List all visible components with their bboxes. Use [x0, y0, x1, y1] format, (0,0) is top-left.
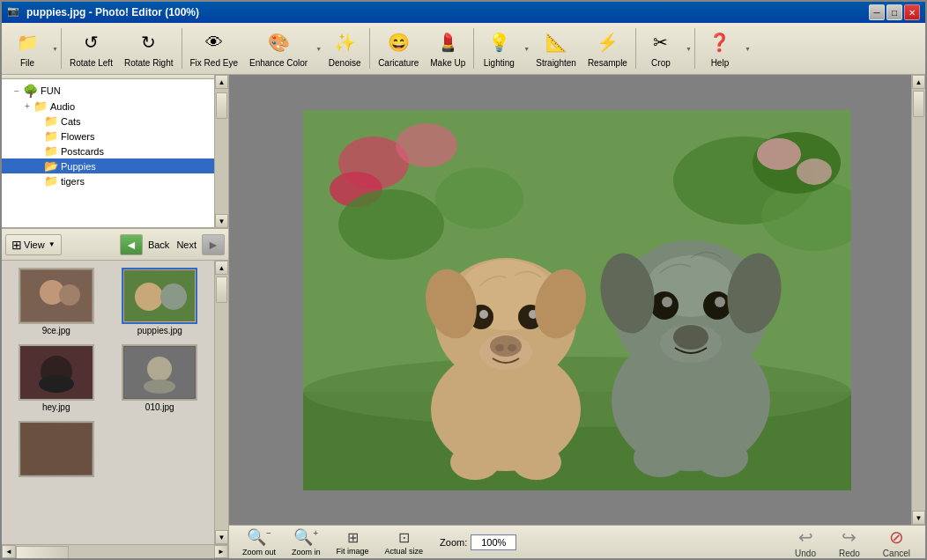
cancel-button[interactable]: ⊘ Cancel	[875, 524, 918, 559]
thumbnail-label-3: hey.jpg	[42, 402, 70, 412]
tree-toggle-puppies	[32, 161, 44, 171]
next-button[interactable]: ►	[202, 234, 225, 255]
image-scroll-down[interactable]: ▼	[912, 511, 925, 525]
thumbnail-img-1	[19, 268, 94, 324]
thumb-hscroll-thumb[interactable]	[16, 546, 69, 558]
lighting-button[interactable]: 💡 Lighting	[477, 25, 521, 72]
make-up-button[interactable]: 💄 Make Up	[425, 25, 471, 72]
undo-button[interactable]: ↩ Undo	[787, 524, 824, 559]
thumb-scroll-up[interactable]: ▲	[215, 261, 228, 275]
help-dropdown[interactable]	[742, 25, 751, 72]
zoom-out-button[interactable]: 🔍− Zoom out	[236, 525, 282, 558]
tree-toggle-root[interactable]: −	[11, 86, 23, 96]
view-button[interactable]: ⊞ View ▼	[5, 234, 62, 255]
thumb-scroll-down[interactable]: ▼	[215, 530, 228, 544]
tree-item-flowers[interactable]: 📁 Flowers	[2, 129, 214, 144]
thumbnail-area: 9ce.jpg	[2, 261, 228, 558]
maximize-button[interactable]: □	[886, 4, 902, 20]
caricature-label: Caricature	[378, 58, 419, 69]
sep6	[694, 28, 695, 69]
folder-flowers-icon: 📁	[44, 129, 58, 143]
minimize-button[interactable]: ─	[869, 4, 885, 20]
fix-red-eye-label: Fix Red Eye	[190, 58, 238, 69]
caricature-button[interactable]: 😄 Caricature	[373, 25, 424, 72]
tree-panel: − 🌳 FUN + 📁 Audio	[2, 75, 228, 229]
straighten-button[interactable]: 📐 Straighten	[530, 25, 582, 72]
image-scroll-thumb[interactable]	[913, 91, 924, 117]
actual-size-icon: ⊡	[398, 529, 410, 546]
crop-dropdown[interactable]	[683, 25, 692, 72]
action-buttons: ↩ Undo ↪ Redo ⊘ Cancel	[787, 524, 918, 559]
thumb-hscroll-track	[16, 545, 214, 558]
tree-toggle-audio[interactable]: +	[21, 101, 33, 111]
tree-scroll-up[interactable]: ▲	[215, 75, 228, 89]
rotate-left-button[interactable]: ↺ Rotate Left	[64, 25, 118, 72]
folder-audio-icon: 📁	[33, 99, 48, 113]
file-dropdown-arrow[interactable]	[49, 25, 58, 72]
back-button[interactable]: ◄	[120, 234, 143, 255]
tree-root-icon: 🌳	[23, 84, 38, 98]
tree-toggle-flowers	[32, 131, 44, 141]
resample-label: Resample	[588, 58, 627, 69]
sep1	[61, 28, 62, 69]
tree-item-audio-label: Audio	[50, 101, 75, 112]
enhance-color-group: 🎨 Enhance Color	[244, 25, 322, 72]
svg-point-8	[39, 375, 74, 393]
svg-point-36	[479, 335, 532, 370]
lighting-icon: 💡	[485, 28, 513, 56]
close-button[interactable]: ✕	[904, 4, 920, 20]
thumbnail-item-3[interactable]: hey.jpg	[7, 343, 106, 414]
resample-button[interactable]: ⚡ Resample	[582, 25, 633, 72]
actual-size-button[interactable]: ⊡ Actual size	[379, 527, 430, 558]
zoom-input[interactable]	[471, 534, 516, 550]
fix-red-eye-button[interactable]: 👁 Fix Red Eye	[185, 25, 243, 72]
tree-scroll-thumb[interactable]	[216, 92, 227, 119]
tree-item-tigers[interactable]: 📁 tigers	[2, 173, 214, 188]
tree-root[interactable]: − 🌳 FUN	[2, 83, 214, 99]
thumb-hscroll-left[interactable]: ◄	[2, 545, 16, 558]
thumbnail-item-5[interactable]	[7, 419, 106, 481]
svg-point-47	[715, 297, 725, 307]
svg-point-4	[135, 283, 163, 311]
resample-icon: ⚡	[593, 28, 621, 56]
thumbnail-img-3	[19, 344, 94, 401]
image-scroll-up[interactable]: ▲	[912, 75, 925, 89]
actual-size-label: Actual size	[385, 547, 424, 556]
sep5	[635, 28, 636, 69]
zoom-in-button[interactable]: 🔍+ Zoom in	[286, 525, 327, 558]
thumb-svg-5	[21, 424, 92, 475]
image-scroll-track	[912, 89, 925, 511]
svg-point-52	[634, 438, 686, 477]
crop-button[interactable]: ✂ Crop	[639, 25, 683, 72]
help-button[interactable]: ❓ Help	[698, 25, 742, 72]
undo-label: Undo	[795, 549, 816, 558]
tree-item-postcards[interactable]: 📁 Postcards	[2, 144, 214, 158]
tree-item-tigers-label: tigers	[61, 176, 85, 187]
crop-label: Crop	[651, 58, 671, 69]
svg-point-49	[660, 324, 722, 363]
thumbnail-label-1: 9ce.jpg	[42, 326, 70, 335]
file-button[interactable]: 📁 File	[5, 25, 49, 72]
thumbnail-item-2[interactable]: puppies.jpg	[111, 266, 210, 337]
thumb-svg-4	[124, 347, 195, 398]
tree-item-audio[interactable]: + 📁 Audio	[2, 99, 214, 114]
thumbnail-item-4[interactable]: 010.jpg	[111, 343, 210, 414]
thumbnail-item-1[interactable]: 9ce.jpg	[7, 266, 106, 337]
rotate-right-button[interactable]: ↻ Rotate Right	[119, 25, 179, 72]
tree-item-cats[interactable]: 📁 Cats	[2, 114, 214, 129]
file-label: File	[20, 58, 34, 69]
folder-tigers-icon: 📁	[44, 174, 58, 188]
tree-toggle-postcards	[32, 146, 44, 156]
lighting-dropdown[interactable]	[521, 25, 530, 72]
thumb-hscroll-right[interactable]: ►	[214, 545, 228, 558]
tree-scroll-down[interactable]: ▼	[215, 214, 228, 228]
enhance-color-button[interactable]: 🎨 Enhance Color	[244, 25, 313, 72]
redo-button[interactable]: ↪ Redo	[831, 524, 868, 559]
enhance-color-dropdown[interactable]	[313, 25, 322, 72]
thumb-scroll-thumb[interactable]	[216, 276, 227, 303]
image-vscrollbar: ▲ ▼	[911, 75, 925, 525]
denoise-button[interactable]: ✨ Denoise	[323, 25, 367, 72]
tree-item-puppies[interactable]: 📂 Puppies	[2, 158, 214, 173]
zoom-out-label: Zoom out	[242, 548, 276, 556]
fit-image-button[interactable]: ⊞ Fit image	[330, 527, 375, 558]
